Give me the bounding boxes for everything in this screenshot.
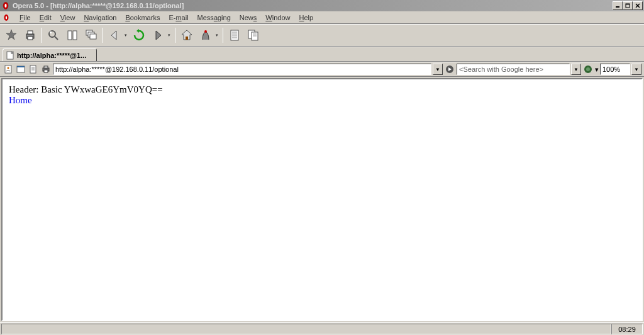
reload-button[interactable] [130,26,148,44]
svg-point-26 [204,30,207,33]
svg-rect-17 [73,31,77,40]
clock-panel: 08:29 [611,324,643,334]
svg-marker-23 [156,31,161,40]
svg-rect-16 [68,31,72,40]
opera-app-icon [1,1,10,10]
statusbar: 08:29 [0,322,644,335]
document-icon[interactable] [28,64,39,75]
svg-rect-27 [231,30,238,40]
bookmark-button[interactable] [3,26,20,44]
status-panel [1,324,611,334]
svg-rect-20 [90,34,96,39]
svg-rect-47 [44,66,48,68]
close-button[interactable] [633,1,643,10]
page-content: Header: Basic YWxwaGE6YmV0YQ== Home [1,78,643,321]
url-field-wrap [53,64,431,75]
search-dropdown[interactable]: ▼ [571,64,581,75]
svg-marker-21 [111,31,116,40]
maximize-button[interactable] [623,1,633,10]
tab-label: http://alpha:*****@1... [17,52,86,59]
tile-button[interactable] [64,26,81,44]
print-small-icon[interactable] [40,64,52,75]
addressbar: ▼ <Search with Google here> ▼ ▾ 100% ▼ [0,62,644,77]
svg-point-1 [5,4,7,8]
document-icon[interactable] [1,13,11,23]
tabbar: http://alpha:*****@1... [0,47,644,62]
menu-file[interactable]: File [15,13,35,23]
menu-email[interactable]: E-mail [164,13,192,23]
svg-rect-42 [30,65,36,73]
menu-help[interactable]: Help [294,13,318,23]
new-window-icon[interactable] [15,64,26,75]
window-title: Opera 5.0 - [http://alpha:*****@192.168.… [13,2,613,9]
svg-rect-41 [17,66,25,67]
back-dropdown[interactable]: ▾ [125,33,129,38]
main-toolbar: ▾ ▾ ▾ [0,24,644,47]
menu-navigation[interactable]: Navigation [79,13,121,23]
menu-messaging[interactable]: Messaging [193,13,235,23]
search-placeholder: <Search with Google here> [459,65,543,73]
find-button[interactable] [45,26,62,44]
cascade-button[interactable] [82,26,100,44]
zoom-value: 100% [602,65,620,73]
svg-marker-22 [136,29,139,33]
svg-rect-12 [28,37,33,40]
svg-rect-38 [5,65,11,73]
svg-rect-48 [44,70,48,72]
home-button[interactable] [178,26,196,44]
menu-bookmarks[interactable]: Bookmarks [121,13,164,23]
svg-rect-11 [28,31,33,34]
menu-edit[interactable]: Edit [35,13,56,23]
search-field[interactable]: <Search with Google here> [457,64,570,75]
svg-rect-15 [50,31,52,33]
copy-page-button[interactable] [245,26,262,44]
svg-point-52 [586,67,590,71]
search-go-button[interactable] [582,64,594,75]
url-input[interactable] [55,65,429,73]
svg-rect-25 [186,37,188,40]
page-tab[interactable]: http://alpha:*****@1... [3,48,97,61]
forward-button[interactable] [149,26,167,44]
back-button[interactable] [106,26,123,44]
content-area: Header: Basic YWxwaGE6YmV0YQ== Home [0,77,644,322]
titlebar: Opera 5.0 - [http://alpha:*****@192.168.… [0,0,644,11]
forward-dropdown[interactable]: ▾ [168,33,172,38]
clock-time: 08:29 [618,326,636,333]
menubar: File Edit View Navigation Bookmarks E-ma… [0,11,644,24]
svg-point-39 [8,67,9,69]
hotlist-button[interactable] [197,26,214,44]
page-icon [6,51,14,60]
author-mode-icon[interactable] [3,64,14,75]
minimize-button[interactable] [613,1,623,10]
url-dropdown[interactable]: ▼ [433,64,443,75]
menu-news[interactable]: News [235,13,262,23]
menu-view[interactable]: View [56,13,80,23]
search-engine-dropdown[interactable]: ▾ [595,65,599,74]
new-page-button[interactable] [226,26,243,44]
svg-point-8 [6,16,7,19]
go-button[interactable] [444,64,455,75]
menu-window[interactable]: Window [261,13,294,23]
svg-marker-9 [6,30,16,40]
zoom-dropdown[interactable]: ▼ [631,64,641,75]
zoom-field[interactable]: 100% [600,64,630,75]
hotlist-dropdown[interactable]: ▾ [216,33,220,38]
home-link[interactable]: Home [9,95,32,105]
svg-line-14 [55,37,58,40]
header-text: Header: Basic YWxwaGE6YmV0YQ== [9,84,635,95]
print-button[interactable] [21,26,39,44]
